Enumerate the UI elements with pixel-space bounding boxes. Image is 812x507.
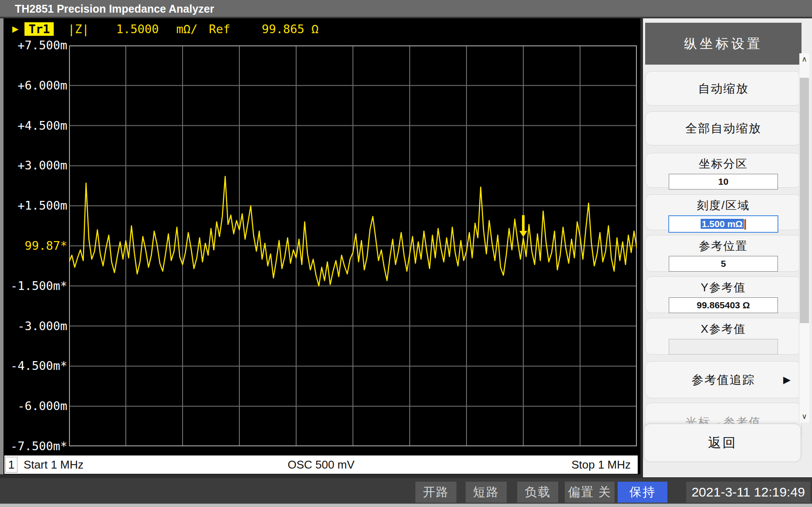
trace-scale-unit: mΩ/ xyxy=(176,22,198,36)
y-axis-tick-label: -6.000m xyxy=(3,399,67,414)
scale-per-division-input[interactable]: 1.500 mΩ xyxy=(668,215,778,233)
y-axis-reference-label: 99.87* xyxy=(3,238,67,253)
marker-down-arrow-icon xyxy=(519,215,527,237)
sweep-status-row: 1 Start 1 MHz OSC 500 mV Stop 1 MHz xyxy=(4,455,638,474)
plot-area xyxy=(69,45,637,446)
axis-divisions-input[interactable]: 10 xyxy=(669,174,778,190)
hold-button[interactable]: 保持 xyxy=(618,482,667,503)
group-label: 参考值追踪 xyxy=(646,372,801,388)
bias-off-button[interactable]: 偏置 关 xyxy=(565,482,615,503)
trace-ref-label: Ref xyxy=(209,22,230,36)
submenu-arrow-icon: ▶ xyxy=(783,374,791,386)
auto-scale-all-button[interactable]: 全部自动缩放 xyxy=(645,111,802,145)
back-button[interactable]: 返回 xyxy=(644,424,801,462)
window-bottom-edge xyxy=(0,504,812,507)
reference-tracking-button[interactable]: 参考值追踪▶ xyxy=(645,361,802,398)
y-axis-tick-label: -1.500m* xyxy=(3,279,67,293)
axis-divisions: 坐标分区10 xyxy=(645,153,802,188)
group-label: 自动缩放 xyxy=(646,81,801,97)
x-reference-value-input[interactable] xyxy=(669,339,778,355)
panel-title: 纵坐标设置 xyxy=(645,23,802,65)
x-reference-value: X参考值 xyxy=(645,318,802,355)
trace-ref-value: 99.865 Ω xyxy=(262,22,318,36)
scroll-down-icon[interactable]: ∨ xyxy=(799,410,809,423)
y-axis-tick-label: -4.500m* xyxy=(3,359,67,373)
y-axis-tick-label: +4.500m xyxy=(3,118,67,133)
short-correction-button[interactable]: 短路 xyxy=(466,482,507,503)
y-axis-tick-label: +3.000m xyxy=(3,158,67,173)
group-label: X参考值 xyxy=(646,321,801,337)
impedance-grid xyxy=(69,45,637,446)
y-reference-value-input[interactable]: 99.865403 Ω xyxy=(669,297,778,313)
y-axis-tick-label: +7.500m xyxy=(3,38,67,53)
vertical-axis-settings-panel: 纵坐标设置 自动缩放全部自动缩放坐标分区10刻度/区域1.500 mΩ参考位置5… xyxy=(643,18,812,477)
clock: 2021-3-11 12:19:49 xyxy=(686,482,810,503)
chart-panel: ▶ Tr1 |Z| 1.5000 mΩ/ Ref 99.865 Ω +7.500… xyxy=(3,18,640,474)
y-axis-tick-label: +6.000m xyxy=(3,78,67,93)
window-title: TH2851 Precision Impedance Analyzer xyxy=(0,0,812,17)
trace-name-badge[interactable]: Tr1 xyxy=(24,22,54,36)
open-correction-button[interactable]: 开路 xyxy=(415,482,456,503)
y-axis-tick-label: +1.500m xyxy=(3,198,67,213)
trace-info-bar: ▶ Tr1 |Z| 1.5000 mΩ/ Ref 99.865 Ω xyxy=(3,21,640,37)
auto-scale-button[interactable]: 自动缩放 xyxy=(645,71,802,106)
trace-parameter: |Z| xyxy=(68,22,89,36)
y-reference-value: Y参考值99.865403 Ω xyxy=(645,276,802,313)
reference-position: 参考位置5 xyxy=(645,235,802,272)
scale-per-division: 刻度/区域1.500 mΩ xyxy=(645,194,802,230)
group-label: 刻度/区域 xyxy=(646,198,801,213)
trace-scale-value: 1.5000 xyxy=(116,22,159,36)
reference-position-input[interactable]: 5 xyxy=(669,256,778,272)
group-label: 坐标分区 xyxy=(646,156,801,172)
sweep-stop-label: Stop 1 MHz xyxy=(571,458,631,472)
selected-text: 1.500 mΩ xyxy=(701,219,744,229)
osc-level-label: OSC 500 mV xyxy=(4,458,638,472)
load-correction-button[interactable]: 负载 xyxy=(517,482,558,503)
group-label: 参考位置 xyxy=(646,238,801,254)
status-bar: 开路短路负载偏置 关保持 2021-3-11 12:19:49 xyxy=(0,478,812,504)
panel-scrollbar[interactable]: ∧ ∨ xyxy=(799,66,809,423)
group-label: 全部自动缩放 xyxy=(646,121,801,136)
active-trace-pointer-icon: ▶ xyxy=(12,23,18,35)
scroll-up-icon[interactable]: ∧ xyxy=(799,53,809,66)
y-axis-tick-label: -7.500m* xyxy=(3,439,67,454)
y-axis-tick-label: -3.000m xyxy=(3,319,67,334)
scrollbar-thumb[interactable] xyxy=(800,78,809,323)
text-caret xyxy=(744,219,746,230)
group-label: Y参考值 xyxy=(646,280,801,295)
